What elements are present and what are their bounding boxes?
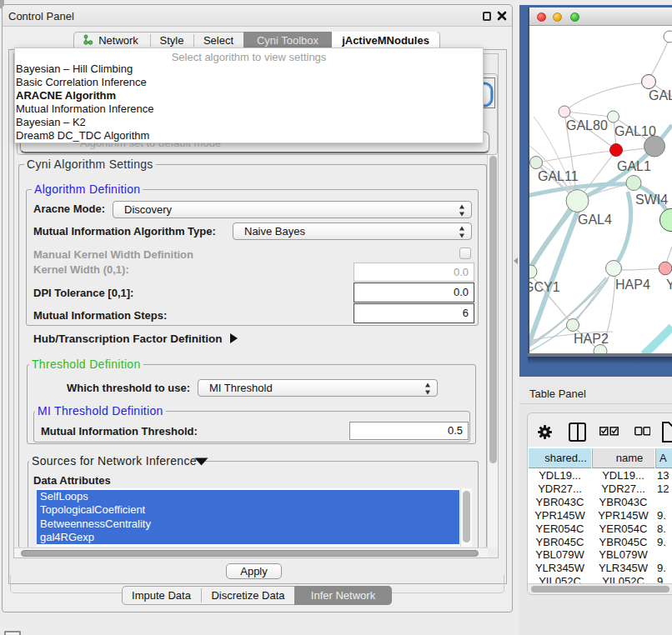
- svg-text:GAL11: GAL11: [538, 169, 579, 183]
- svg-text:HAP4: HAP4: [615, 278, 650, 292]
- svg-text:GAL1: GAL1: [617, 159, 651, 173]
- svg-text:GAL2: GAL2: [649, 88, 672, 102]
- svg-text:HAP2: HAP2: [574, 332, 609, 346]
- svg-text:SWI4: SWI4: [635, 192, 668, 207]
- svg-text:GAL10: GAL10: [614, 124, 656, 138]
- svg-text:Y: Y: [666, 278, 672, 292]
- svg-text:GAL80: GAL80: [566, 118, 608, 132]
- svg-text:GAL4: GAL4: [578, 212, 612, 227]
- svg-text:GCY1: GCY1: [529, 280, 560, 294]
